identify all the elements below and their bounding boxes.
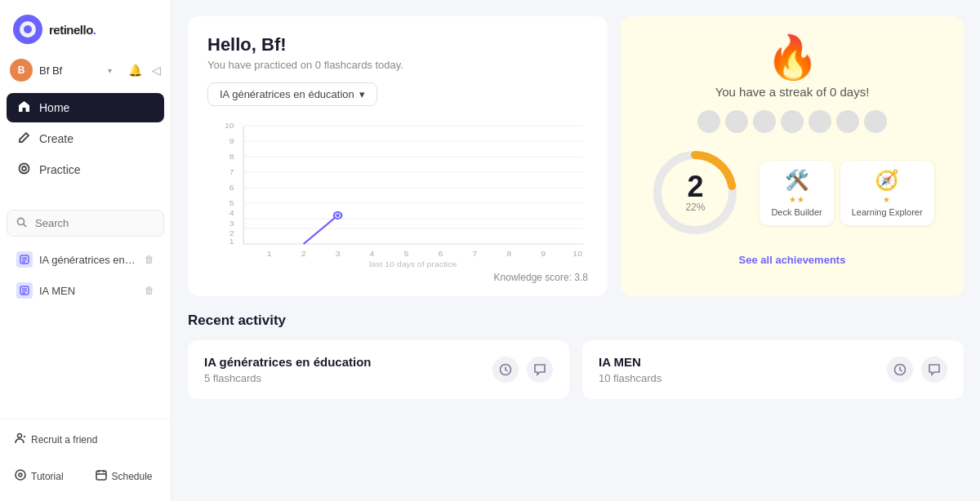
chart-subtitle: You have practiced on 0 flashcards today… (207, 59, 588, 71)
clock-icon-1[interactable] (492, 357, 519, 383)
create-label: Create (39, 132, 74, 145)
sidebar-item-home[interactable]: Home (7, 93, 164, 122)
learning-explorer-stars: ★ (883, 195, 891, 204)
svg-text:10: 10 (225, 122, 234, 130)
svg-point-4 (18, 218, 24, 224)
sidebar-item-practice[interactable]: Practice (7, 155, 164, 184)
streak-day-6 (836, 110, 859, 133)
home-icon (16, 100, 31, 115)
search-icon (16, 217, 27, 230)
streak-day-7 (864, 110, 887, 133)
streak-value: 2 (685, 172, 705, 202)
streak-text: You have a streak of 0 days! (715, 85, 870, 99)
badges: 🛠️ ★★ Deck Builder 🧭 ★ Learning Explorer (760, 161, 933, 225)
logo-icon (13, 15, 42, 44)
deck-list: IA génératrices en éd... 🗑 IA MEN 🗑 (0, 242, 171, 310)
activity-card-icons-2 (887, 357, 947, 383)
practice-chart: 10 9 8 7 6 5 4 3 2 1 1 2 3 4 5 6 (207, 117, 588, 268)
svg-text:5: 5 (404, 250, 409, 258)
recruit-label: Recruit a friend (31, 434, 97, 446)
activity-card-icons-1 (492, 357, 553, 383)
svg-text:10: 10 (572, 250, 582, 258)
svg-text:9: 9 (541, 250, 546, 258)
streak-circle: 2 22% (650, 148, 740, 237)
streak-day-3 (753, 110, 776, 133)
streak-day-1 (697, 110, 720, 133)
svg-text:3: 3 (336, 250, 341, 258)
chat-icon-1[interactable] (527, 357, 553, 383)
svg-point-18 (19, 473, 22, 477)
sidebar: retinello. B Bf Bf ▾ 🔔 ◁ Home (0, 0, 172, 501)
user-row[interactable]: B Bf Bf ▾ 🔔 ◁ (0, 54, 171, 90)
activity-card-count-1: 5 flashcards (204, 372, 372, 384)
svg-rect-19 (96, 471, 106, 480)
svg-line-5 (24, 224, 27, 227)
deck-item-ia-education[interactable]: IA génératrices en éd... 🗑 (7, 245, 164, 274)
deck-icon-2 (16, 282, 33, 299)
deck-label-1: IA génératrices en éd... (39, 254, 138, 266)
svg-text:9: 9 (229, 137, 234, 145)
streak-percent: 22% (685, 202, 705, 213)
svg-point-3 (22, 166, 26, 171)
activity-cards: IA génératrices en éducation 5 flashcard… (188, 340, 964, 399)
activity-card-1: IA génératrices en éducation 5 flashcard… (188, 340, 569, 399)
practice-label: Practice (39, 163, 81, 176)
selector-chevron-icon: ▾ (359, 88, 365, 100)
deck-item-ia-men[interactable]: IA MEN 🗑 (7, 276, 164, 305)
home-label: Home (39, 101, 69, 114)
deck-label-2: IA MEN (39, 285, 138, 297)
activity-card-left-2: IA MEN 10 flashcards (599, 355, 662, 384)
sidebar-bottom: Recruit a friend (0, 419, 171, 463)
trash-icon-1[interactable]: 🗑 (145, 254, 154, 265)
activity-card-name-1: IA génératrices en éducation (204, 355, 372, 369)
streak-day-4 (781, 110, 804, 133)
svg-point-56 (336, 214, 340, 217)
tutorial-label: Tutorial (31, 471, 64, 482)
activity-card-2: IA MEN 10 flashcards (582, 340, 964, 399)
streak-number: 2 22% (685, 172, 705, 213)
activity-title: Recent activity (188, 313, 964, 329)
activity-section: Recent activity IA génératrices en éduca… (188, 313, 964, 485)
trash-icon-2[interactable]: 🗑 (145, 285, 154, 296)
see-all-achievements-link[interactable]: See all achievements (739, 254, 846, 266)
svg-text:last 10 days of practice: last 10 days of practice (369, 260, 457, 268)
svg-text:4: 4 (229, 209, 234, 217)
fire-icon: 🔥 (766, 36, 819, 78)
activity-card-name-2: IA MEN (599, 355, 662, 369)
activity-card-count-2: 10 flashcards (599, 372, 662, 384)
svg-text:3: 3 (229, 219, 234, 228)
top-panels: Hello, Bf! You have practiced on 0 flash… (188, 16, 964, 296)
main-content: Hello, Bf! You have practiced on 0 flash… (172, 0, 980, 501)
svg-text:6: 6 (229, 184, 234, 192)
svg-text:2: 2 (229, 229, 234, 237)
chat-icon-2[interactable] (921, 357, 947, 383)
svg-point-2 (19, 164, 29, 174)
deck-builder-name: Deck Builder (771, 207, 822, 217)
collapse-icon[interactable]: ◁ (152, 64, 161, 77)
learning-explorer-icon: 🧭 (875, 169, 899, 192)
sidebar-item-create[interactable]: Create (7, 124, 164, 153)
badge-learning-explorer: 🧭 ★ Learning Explorer (840, 161, 934, 225)
deck-builder-icon: 🛠️ (785, 169, 809, 192)
knowledge-score: Knowledge score: 3.8 (207, 272, 588, 283)
svg-text:8: 8 (506, 250, 511, 258)
deck-builder-stars: ★★ (789, 195, 805, 204)
logo-text: retinello. (49, 23, 96, 37)
recruit-icon (15, 432, 26, 446)
search-input[interactable] (7, 210, 164, 237)
recruit-button[interactable]: Recruit a friend (7, 426, 164, 453)
schedule-button[interactable]: Schedule (87, 463, 165, 490)
chevron-down-icon: ▾ (108, 66, 112, 75)
schedule-icon (96, 469, 107, 483)
bell-icon[interactable]: 🔔 (128, 64, 142, 77)
svg-text:2: 2 (301, 250, 306, 258)
schedule-label: Schedule (112, 471, 153, 482)
svg-text:5: 5 (229, 199, 234, 207)
badge-deck-builder: 🛠️ ★★ Deck Builder (760, 161, 833, 225)
svg-text:6: 6 (439, 250, 443, 258)
tutorial-button[interactable]: Tutorial (7, 463, 84, 490)
streak-center: 2 22% 🛠️ ★★ Deck Builder 🧭 ★ Learning Ex… (640, 148, 944, 237)
clock-icon-2[interactable] (887, 357, 913, 383)
svg-text:1: 1 (267, 250, 272, 258)
deck-selector[interactable]: IA génératrices en éducation ▾ (207, 82, 377, 106)
